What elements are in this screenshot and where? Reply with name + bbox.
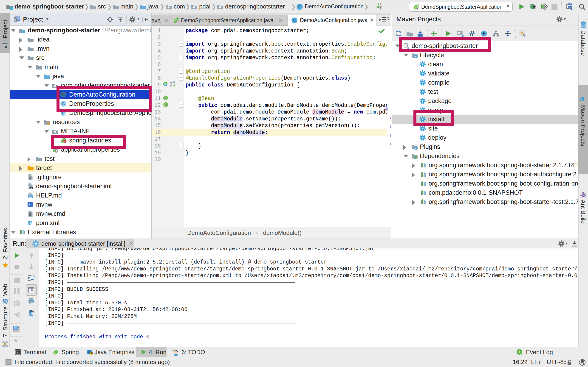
svg-text:m: m <box>461 34 464 37</box>
svg-text:10: 10 <box>380 6 382 8</box>
svg-text:01: 01 <box>380 3 382 6</box>
svg-text:C: C <box>293 18 296 23</box>
svg-text:>_: >_ <box>28 203 32 207</box>
svg-text:EE: EE <box>90 352 93 355</box>
svg-text:C: C <box>298 5 301 9</box>
svg-text:c: c <box>165 83 166 86</box>
svg-text:>_: >_ <box>16 351 19 354</box>
svg-text:01: 01 <box>380 8 382 10</box>
svg-text:MD: MD <box>28 195 32 198</box>
svg-text:1: 1 <box>519 350 520 354</box>
